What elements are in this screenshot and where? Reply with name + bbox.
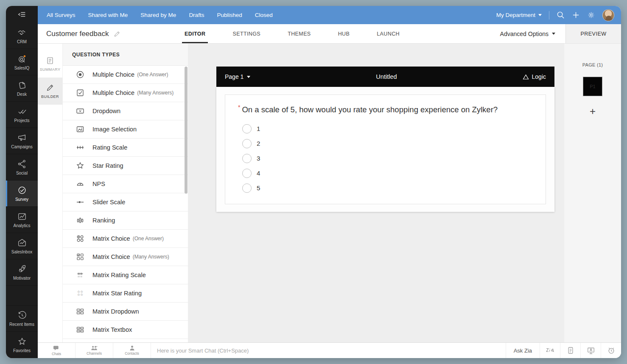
radio-button[interactable] — [242, 169, 252, 178]
bottom-chat-bar: Chats Channels Contacts Ask Zia — [38, 342, 621, 358]
logic-triangle-icon — [523, 74, 529, 80]
favorites-star-icon — [17, 337, 27, 346]
rail-item-survey[interactable]: Survey — [6, 181, 38, 207]
rail-item-desk[interactable]: Desk — [6, 75, 38, 102]
tab-hub[interactable]: HUB — [336, 24, 353, 43]
matrix-rating-icon — [76, 271, 85, 279]
rating-scale-icon — [76, 143, 85, 152]
ask-zia-button[interactable]: Ask Zia — [506, 343, 540, 358]
qtype-slider-scale[interactable]: Slider Scale — [63, 193, 188, 211]
channels-button[interactable]: Channels — [76, 343, 113, 358]
radio-icon — [76, 70, 85, 79]
search-button[interactable] — [557, 11, 565, 19]
preview-button[interactable]: PREVIEW — [565, 24, 621, 43]
chat-bubble-icon — [53, 345, 60, 351]
contacts-button[interactable]: Contacts — [113, 343, 151, 358]
tab-settings[interactable]: SETTINGS — [230, 24, 263, 43]
pages-panel-header: PAGE (1) — [582, 62, 603, 67]
ranking-bars-icon — [76, 216, 85, 225]
advanced-options-label: Advanced Options — [500, 31, 549, 37]
tab-builder[interactable]: BUILDER — [38, 78, 62, 105]
qtype-rating-scale[interactable]: Rating Scale — [63, 139, 188, 157]
tab-editor[interactable]: EDITOR — [182, 24, 208, 43]
rail-item-motivator[interactable]: Motivator — [6, 259, 38, 286]
matrix-dropdown-icon — [76, 307, 85, 316]
social-icon — [17, 159, 27, 169]
rail-item-analytics[interactable]: Analytics — [6, 207, 38, 233]
question-card[interactable]: * On a scale of 5, how would you rate yo… — [225, 94, 546, 204]
rail-item-salesiq[interactable]: SalesIQ — [6, 49, 38, 75]
nav-tab-shared-by-me[interactable]: Shared by Me — [134, 6, 182, 24]
qtype-image-selection[interactable]: Image Selection — [63, 120, 188, 139]
qtype-nps[interactable]: NPS — [63, 175, 188, 193]
plus-icon — [572, 11, 580, 19]
nav-tab-drafts[interactable]: Drafts — [182, 6, 210, 24]
rail-item-favorites[interactable]: Favorites — [6, 332, 38, 358]
qtype-matrix-choice-one[interactable]: Matrix Choice (One Answer) — [63, 230, 188, 248]
notes-button[interactable] — [560, 343, 580, 358]
chats-button[interactable]: Chats — [38, 343, 76, 358]
page-thumbnail[interactable]: P1 — [583, 77, 602, 96]
subtab-label: BUILDER — [41, 94, 59, 99]
option-label: 3 — [257, 155, 260, 162]
summary-document-icon — [46, 56, 54, 65]
edit-pencil-icon[interactable] — [114, 31, 120, 37]
logic-button[interactable]: Logic — [523, 73, 546, 80]
qtype-dropdown[interactable]: Dropdown — [63, 102, 188, 120]
rail-item-recent-items[interactable]: Recent Items — [6, 306, 38, 332]
qtype-star-rating[interactable]: Star Rating — [63, 157, 188, 175]
nav-tab-published[interactable]: Published — [210, 6, 248, 24]
presentation-button[interactable] — [580, 343, 601, 358]
question-text[interactable]: On a scale of 5, how would you rate your… — [242, 105, 498, 114]
page-selector-dropdown[interactable]: Page 1 — [225, 73, 250, 80]
rail-item-label: SalesIQ — [14, 66, 30, 70]
smart-chat-input[interactable] — [151, 343, 506, 358]
qtype-matrix-star-rating[interactable]: ☆☆☆☆ Matrix Star Rating — [63, 284, 188, 303]
advanced-options-dropdown[interactable]: Advanced Options — [490, 24, 565, 43]
pages-panel: PAGE (1) P1 + — [564, 44, 621, 342]
chevron-down-icon — [538, 14, 542, 16]
add-page-button[interactable]: + — [590, 107, 596, 116]
rail-item-crm[interactable]: CRM — [6, 23, 38, 49]
checkbox-icon — [76, 89, 85, 97]
tab-themes[interactable]: THEMES — [285, 24, 314, 43]
question-types-scrollbar[interactable] — [185, 67, 188, 194]
nav-tab-shared-with-me[interactable]: Shared with Me — [82, 6, 134, 24]
qtype-matrix-rating-scale[interactable]: Matrix Rating Scale — [63, 266, 188, 284]
collapse-rail-button[interactable] — [6, 6, 38, 23]
avatar[interactable] — [602, 9, 614, 21]
rail-item-salesinbox[interactable]: SalesInbox — [6, 233, 38, 259]
qtype-ranking[interactable]: Ranking — [63, 211, 188, 230]
radio-button[interactable] — [242, 139, 252, 148]
page-title-untitled[interactable]: Untitled — [250, 73, 522, 80]
radio-button[interactable] — [242, 183, 252, 193]
reminder-button[interactable] — [601, 343, 621, 358]
qtype-multiple-choice-one[interactable]: Multiple Choice (One Answer) — [63, 66, 188, 84]
nav-tab-all-surveys[interactable]: All Surveys — [40, 6, 82, 24]
qtype-matrix-textbox[interactable]: Matrix Textbox — [63, 321, 188, 339]
page-sheet: * On a scale of 5, how would you rate yo… — [216, 87, 554, 212]
top-nav-bar: All Surveys Shared with Me Shared by Me … — [38, 6, 621, 24]
nps-gauge-icon — [76, 180, 85, 188]
radio-button[interactable] — [242, 124, 252, 133]
qtype-matrix-dropdown[interactable]: Matrix Dropdown — [63, 303, 188, 321]
department-dropdown[interactable]: My Department — [496, 12, 542, 18]
qtype-matrix-choice-many[interactable]: Matrix Choice (Many Answers) — [63, 248, 188, 266]
rail-item-social[interactable]: Social — [6, 154, 38, 181]
radio-button[interactable] — [242, 154, 252, 163]
rail-item-projects[interactable]: Projects — [6, 102, 38, 128]
crm-icon — [17, 28, 27, 37]
tab-summary[interactable]: SUMMARY — [38, 50, 62, 78]
matrix-textbox-icon — [76, 325, 85, 334]
image-icon — [76, 125, 85, 133]
zia-button[interactable] — [540, 343, 560, 358]
settings-button[interactable] — [587, 11, 595, 19]
rail-item-campaigns[interactable]: Campaigns — [6, 128, 38, 154]
create-new-button[interactable] — [572, 11, 580, 19]
nav-tab-closed[interactable]: Closed — [249, 6, 279, 24]
logic-label: Logic — [532, 73, 546, 80]
qtype-multiple-choice-many[interactable]: Multiple Choice (Many Answers) — [63, 84, 188, 102]
option-row: 4 — [242, 166, 541, 181]
chevron-down-icon — [552, 33, 555, 35]
tab-launch[interactable]: LAUNCH — [374, 24, 402, 43]
